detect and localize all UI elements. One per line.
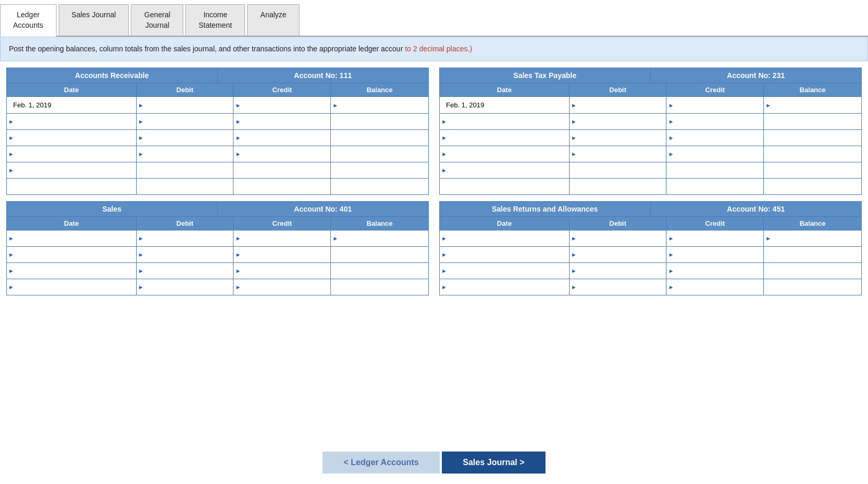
stp-credit-5-input[interactable] — [670, 165, 760, 173]
ar-date-3[interactable]: ► — [7, 130, 137, 146]
ar-credit-1[interactable]: ► — [233, 97, 331, 113]
ar-date-5[interactable]: ► — [7, 162, 137, 178]
stp-debit-6-input[interactable] — [573, 181, 663, 189]
ar-debit-1[interactable]: ► — [137, 97, 234, 113]
tab-ledger-accounts[interactable]: LedgerAccounts — [0, 4, 57, 37]
sra-date-4[interactable]: ► — [440, 279, 570, 295]
stp-debit-2[interactable]: ► — [570, 114, 667, 129]
sra-balance-2-input[interactable] — [767, 249, 858, 257]
ar-debit-2[interactable]: ► — [137, 114, 234, 129]
sra-balance-2[interactable] — [764, 247, 861, 262]
stp-balance-6-input[interactable] — [767, 181, 858, 189]
sales-date-2-input[interactable] — [10, 249, 133, 257]
sales-date-3[interactable]: ► — [7, 263, 137, 279]
ar-debit-1-input[interactable] — [140, 100, 230, 107]
sra-debit-4[interactable]: ► — [570, 279, 667, 295]
sales-debit-4[interactable]: ► — [137, 279, 234, 295]
ar-balance-6[interactable] — [331, 179, 428, 194]
sra-date-4-input[interactable] — [443, 282, 566, 290]
stp-credit-6[interactable] — [666, 179, 764, 194]
stp-debit-5[interactable] — [570, 162, 667, 178]
stp-credit-2-input[interactable] — [670, 116, 760, 124]
stp-credit-4[interactable]: ► — [666, 146, 764, 162]
sales-date-3-input[interactable] — [10, 266, 133, 273]
sra-debit-2[interactable]: ► — [570, 247, 667, 262]
stp-balance-6[interactable] — [764, 179, 861, 194]
stp-balance-5-input[interactable] — [767, 165, 858, 173]
stp-date-6[interactable] — [440, 179, 570, 194]
next-button[interactable]: Sales Journal > — [442, 452, 546, 474]
tab-general-journal[interactable]: GeneralJournal — [131, 4, 183, 36]
ar-balance-2[interactable] — [331, 114, 428, 129]
tab-sales-journal[interactable]: Sales Journal — [59, 4, 129, 36]
sra-credit-3[interactable]: ► — [666, 263, 764, 279]
stp-date-5[interactable]: ► — [440, 162, 570, 178]
sra-balance-3[interactable] — [764, 263, 861, 279]
stp-balance-5[interactable] — [764, 162, 861, 178]
stp-date-3-input[interactable] — [443, 133, 566, 140]
sra-credit-1-input[interactable] — [670, 233, 760, 241]
ar-balance-3[interactable] — [331, 130, 428, 146]
sra-credit-3-input[interactable] — [670, 266, 760, 273]
stp-balance-3[interactable] — [764, 130, 861, 146]
sra-debit-2-input[interactable] — [573, 249, 663, 257]
stp-credit-4-input[interactable] — [670, 149, 760, 157]
sales-credit-3-input[interactable] — [237, 266, 327, 273]
sra-debit-1[interactable]: ► — [570, 230, 667, 246]
sra-date-3[interactable]: ► — [440, 263, 570, 279]
sales-balance-1[interactable]: ► — [331, 230, 428, 246]
ar-debit-5[interactable] — [137, 162, 234, 178]
ar-debit-3[interactable]: ► — [137, 130, 234, 146]
sales-debit-1[interactable]: ► — [137, 230, 234, 246]
ar-debit-6-input[interactable] — [140, 181, 230, 189]
sales-credit-3[interactable]: ► — [233, 263, 331, 279]
sra-credit-2-input[interactable] — [670, 249, 760, 257]
tab-analyze[interactable]: Analyze — [247, 4, 299, 36]
ar-credit-2-input[interactable] — [237, 116, 327, 124]
sales-balance-2-input[interactable] — [334, 249, 425, 257]
ar-debit-5-input[interactable] — [140, 165, 230, 173]
ar-balance-4-input[interactable] — [334, 149, 425, 157]
stp-credit-3-input[interactable] — [670, 133, 760, 140]
sales-credit-2[interactable]: ► — [233, 247, 331, 262]
sales-credit-4[interactable]: ► — [233, 279, 331, 295]
ar-balance-5[interactable] — [331, 162, 428, 178]
stp-balance-4-input[interactable] — [767, 149, 858, 157]
ar-debit-4[interactable]: ► — [137, 146, 234, 162]
sra-debit-3-input[interactable] — [573, 266, 663, 273]
stp-date-4[interactable]: ► — [440, 146, 570, 162]
sra-debit-4-input[interactable] — [573, 282, 663, 290]
stp-balance-1-input[interactable] — [767, 100, 858, 107]
ar-credit-4[interactable]: ► — [233, 146, 331, 162]
ar-credit-4-input[interactable] — [237, 149, 327, 157]
stp-credit-6-input[interactable] — [670, 181, 760, 189]
ar-date-2[interactable]: ► — [7, 114, 137, 129]
ar-credit-2[interactable]: ► — [233, 114, 331, 129]
stp-debit-4-input[interactable] — [573, 149, 663, 157]
stp-balance-3-input[interactable] — [767, 133, 858, 140]
ar-credit-5-input[interactable] — [237, 165, 327, 173]
ar-credit-1-input[interactable] — [237, 100, 327, 107]
ar-credit-5[interactable] — [233, 162, 331, 178]
stp-credit-2[interactable]: ► — [666, 114, 764, 129]
sales-debit-4-input[interactable] — [140, 282, 230, 290]
sra-debit-1-input[interactable] — [573, 233, 663, 241]
sra-balance-1[interactable]: ► — [764, 230, 861, 246]
stp-balance-2[interactable] — [764, 114, 861, 129]
ar-credit-3[interactable]: ► — [233, 130, 331, 146]
sales-date-4[interactable]: ► — [7, 279, 137, 295]
sra-balance-4-input[interactable] — [767, 282, 858, 290]
sales-debit-1-input[interactable] — [140, 233, 230, 241]
ar-balance-2-input[interactable] — [334, 116, 425, 124]
ar-credit-6-input[interactable] — [237, 181, 327, 189]
ar-credit-6[interactable] — [233, 179, 331, 194]
stp-debit-3[interactable]: ► — [570, 130, 667, 146]
stp-debit-1[interactable]: ► — [570, 97, 667, 113]
sales-balance-1-input[interactable] — [334, 233, 425, 241]
sales-date-2[interactable]: ► — [7, 247, 137, 262]
stp-debit-1-input[interactable] — [573, 100, 663, 107]
stp-date-4-input[interactable] — [443, 149, 566, 157]
stp-debit-3-input[interactable] — [573, 133, 663, 140]
tab-income-statement[interactable]: IncomeStatement — [185, 4, 245, 36]
stp-credit-5[interactable] — [666, 162, 764, 178]
